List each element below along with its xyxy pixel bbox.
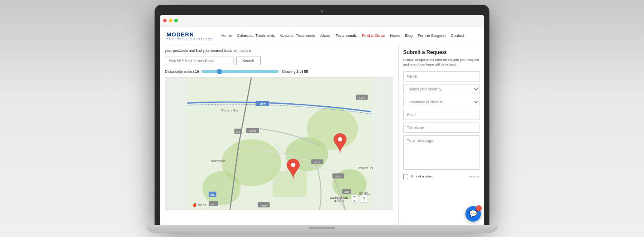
laptop-base	[146, 225, 498, 233]
browser-close-dot[interactable]	[163, 19, 167, 22]
svg-text:ENFIELD: ENFIELD	[358, 166, 373, 170]
svg-text:↑: ↑	[363, 200, 365, 202]
main-content: your postcode and find your nearest trea…	[160, 45, 484, 225]
nav-item-find-clinic[interactable]: Find a Clinic	[362, 33, 385, 38]
svg-rect-6	[273, 171, 307, 197]
nav-items: Home Colorectal Treatments Vascular Trea…	[222, 33, 477, 38]
recaptcha-row: I'm not a robot reCAPTC	[403, 174, 480, 179]
svg-text:A1: A1	[236, 131, 240, 134]
distance-slider-track	[201, 70, 279, 73]
recaptcha-brand: reCAPTC	[469, 175, 480, 178]
svg-text:Potters Bar: Potters Bar	[222, 109, 239, 113]
nav-item-vascular[interactable]: Vascular Treatments	[280, 33, 315, 38]
map-container: M25 A1081 A110 AU ENFIELD EDMO... WARE	[165, 77, 393, 210]
distance-label: Distance(in miles):10	[165, 69, 199, 74]
svg-point-37	[338, 137, 342, 141]
logo: MODERN AESTHETIC SOLUTIONS	[167, 32, 213, 40]
right-panel: Submit a Request Please complete the for…	[398, 45, 484, 225]
email-input[interactable]	[403, 110, 480, 120]
svg-text:A598: A598	[261, 204, 267, 207]
main-nav: MODERN AESTHETIC SOLUTIONS Home Colorect…	[160, 27, 484, 45]
logo-modern-text: MODERN	[167, 32, 213, 37]
site-wrapper: MODERN AESTHETIC SOLUTIONS Home Colorect…	[160, 27, 484, 225]
panel-description: Please complete the form below with your…	[403, 57, 480, 67]
capacity-select[interactable]: Select your copocity	[403, 84, 480, 94]
logo-sub-text: AESTHETIC SOLUTIONS	[167, 37, 213, 40]
svg-text:🍎 Maps: 🍎 Maps	[192, 203, 206, 207]
nav-item-about[interactable]: About	[320, 33, 331, 38]
recaptcha-label: I'm not a robot	[411, 174, 433, 178]
nav-item-contact[interactable]: Contact	[451, 33, 464, 38]
name-input[interactable]	[403, 71, 480, 81]
search-row: Search	[165, 57, 393, 65]
svg-text:ahamwood: ahamwood	[211, 159, 225, 162]
nav-item-home[interactable]: Home	[222, 33, 232, 38]
chat-bubble-button[interactable]: 💬 1	[465, 206, 481, 222]
search-button[interactable]: Search	[236, 57, 261, 65]
svg-text:M25: M25	[260, 103, 266, 106]
svg-text:A110: A110	[314, 161, 320, 164]
chat-badge: 1	[476, 205, 482, 211]
svg-text:A10: A10	[344, 191, 349, 194]
browser-minimize-dot[interactable]	[169, 19, 172, 22]
svg-text:A100: A100	[359, 97, 365, 99]
recaptcha-checkbox[interactable]	[403, 174, 408, 179]
showing-text: Showing 2 of 55	[281, 69, 308, 74]
chat-icon: 💬	[469, 210, 477, 218]
svg-text:A1081: A1081	[249, 130, 257, 133]
svg-text:A105: A105	[335, 176, 342, 178]
distance-value: 10	[195, 69, 199, 74]
postcode-input[interactable]	[165, 57, 234, 65]
nav-item-testimonials[interactable]: Testimonials	[335, 33, 357, 38]
distance-row: Distance(in miles):10 Showing 2 of 55	[165, 69, 393, 74]
telephone-input[interactable]	[403, 123, 480, 133]
nav-item-news[interactable]: News	[390, 33, 400, 38]
distance-slider-thumb[interactable]	[217, 69, 222, 74]
browser-maximize-dot[interactable]	[174, 19, 178, 22]
nav-item-blog[interactable]: Blog	[405, 33, 413, 38]
nav-item-surgeon[interactable]: For the Surgeon	[418, 33, 446, 38]
left-section: your postcode and find your nearest trea…	[160, 45, 398, 225]
browser-chrome	[160, 15, 484, 27]
svg-text:+: +	[353, 199, 356, 204]
svg-text:M1: M1	[210, 194, 215, 197]
treatment-select[interactable]: Treatment of interest...	[403, 97, 480, 107]
panel-title: Submit a Request	[403, 49, 480, 55]
nav-item-colorectal[interactable]: Colorectal Treatments	[237, 33, 275, 38]
svg-text:A41: A41	[211, 203, 216, 206]
map-svg: M25 A1081 A110 AU ENFIELD EDMO... WARE	[165, 78, 393, 210]
intro-text: your postcode and find your nearest trea…	[165, 48, 393, 54]
svg-text:Hospital: Hospital	[334, 200, 343, 204]
laptop-screen: MODERN AESTHETIC SOLUTIONS Home Colorect…	[160, 15, 484, 225]
svg-text:BMI Kings Oak: BMI Kings Oak	[330, 197, 349, 200]
laptop-frame: MODERN AESTHETIC SOLUTIONS Home Colorect…	[155, 5, 489, 225]
message-textarea[interactable]	[403, 135, 480, 170]
svg-point-38	[291, 163, 295, 167]
